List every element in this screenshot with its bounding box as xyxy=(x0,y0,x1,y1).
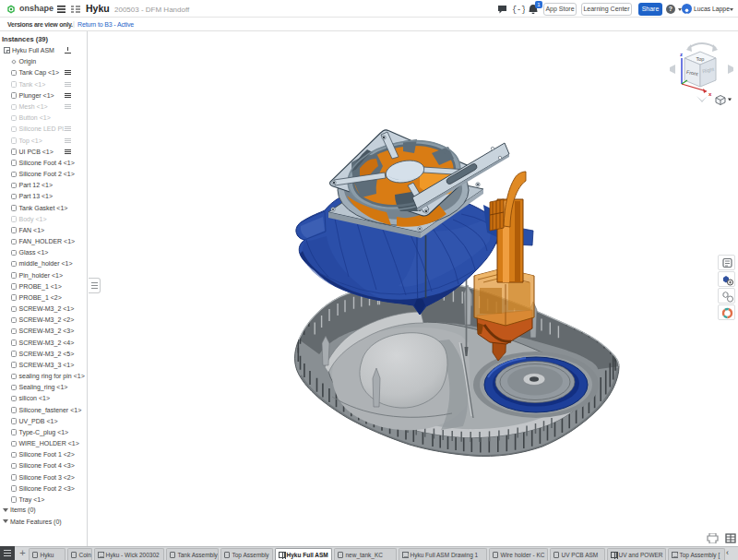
svg-text:Top: Top xyxy=(696,56,705,62)
svg-text:x: x xyxy=(708,91,712,97)
svg-text:z: z xyxy=(680,52,683,57)
svg-text:{-}: {-} xyxy=(512,6,525,14)
